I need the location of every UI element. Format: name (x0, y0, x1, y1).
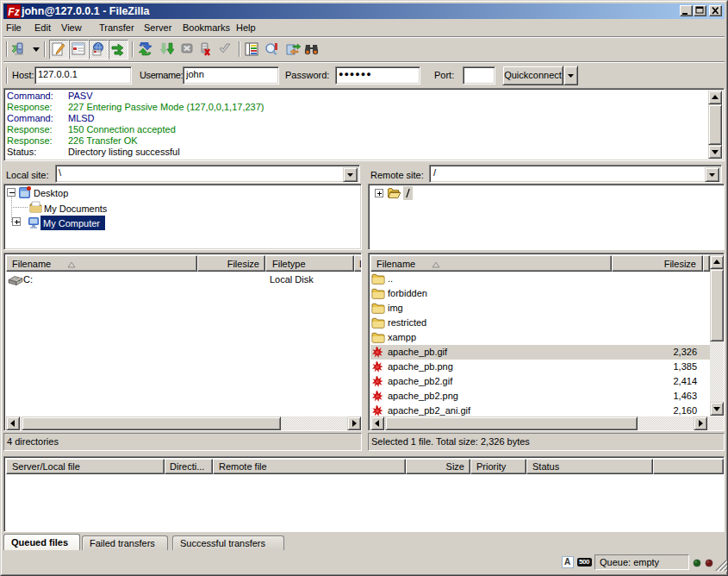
svg-text:Desktop: Desktop (34, 188, 68, 198)
svg-text:My Documents: My Documents (44, 203, 108, 214)
svg-text:My Computer: My Computer (43, 218, 100, 229)
svg-text:Fz: Fz (8, 6, 19, 18)
